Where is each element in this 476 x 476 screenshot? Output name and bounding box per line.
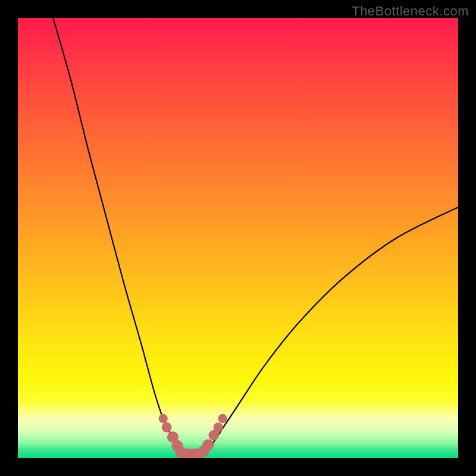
marker-dot — [162, 422, 172, 433]
watermark-text: TheBottleneck.com — [352, 4, 469, 19]
highlighted-markers — [159, 414, 227, 458]
marker-dot — [218, 414, 227, 423]
chart-svg — [18, 18, 458, 458]
marker-dot — [214, 422, 223, 432]
left-bottleneck-curve — [53, 18, 185, 454]
plot-area — [18, 18, 458, 458]
right-bottleneck-curve — [203, 207, 458, 453]
marker-dot — [159, 414, 168, 423]
marker-dot — [202, 439, 214, 450]
